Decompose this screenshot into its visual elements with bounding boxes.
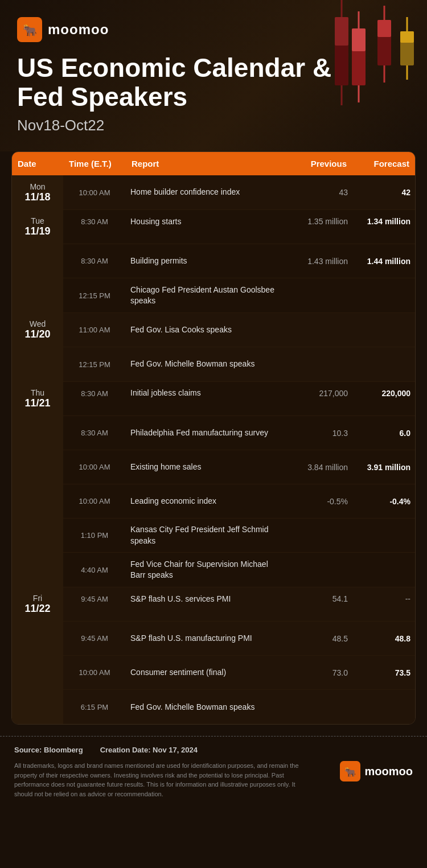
header: 🐂 moomoo US Economic Calendar & Fed Spea… — [0, 0, 427, 151]
previous-cell: 43 — [284, 182, 352, 203]
report-cell: Philadelphia Fed manufacturing survey — [126, 422, 284, 445]
report-cell: Kansas City Fed President Jeff Schmid sp… — [126, 519, 284, 552]
time-cell: 9:45 AM — [63, 589, 126, 609]
time-cell: 1:10 PM — [63, 525, 126, 545]
col-report: Report — [132, 159, 278, 168]
report-cell: Existing home sales — [126, 456, 284, 479]
forecast-cell: -0.4% — [352, 491, 415, 512]
report-cell: Fed Gov. Michelle Bowman speaks — [126, 696, 284, 719]
previous-cell: 48.5 — [284, 628, 352, 649]
time-cell: 11:00 AM — [63, 320, 126, 340]
footer: Source: Bloomberg Creation Date: Nov 17,… — [0, 736, 427, 810]
col-date: Date — [18, 159, 69, 168]
time-cell: 8:30 AM — [63, 251, 126, 271]
day-cell-empty — [12, 484, 63, 518]
forecast-cell: 1.44 million — [352, 251, 415, 271]
time-cell: 12:15 PM — [63, 355, 126, 375]
report-cell: Fed Gov. Michelle Bowman speaks — [126, 353, 284, 376]
forecast-cell: 73.5 — [352, 663, 415, 683]
forecast-cell: 6.0 — [352, 423, 415, 443]
day-cell-tue: Tue 11/19 — [12, 210, 63, 244]
day-group-tue: Tue 11/19 8:30 AM Housing starts 1.35 mi… — [12, 210, 415, 313]
svg-text:🐂: 🐂 — [344, 766, 356, 778]
forecast-cell: 1.34 million — [352, 211, 415, 232]
forecast-cell: 48.8 — [352, 628, 415, 649]
time-cell: 10:00 AM — [63, 183, 126, 203]
day-cell-empty — [12, 416, 63, 450]
report-cell: Fed Gov. Lisa Cooks speaks — [126, 319, 284, 342]
day-cell-fri: Fri 11/22 — [12, 587, 63, 621]
day-cell-mon: Mon 11/18 — [12, 175, 63, 209]
report-cell: Initial jobless claims — [126, 382, 284, 405]
previous-cell — [284, 359, 352, 370]
time-cell: 8:30 AM — [63, 384, 126, 404]
table-row: 12:15 PM Fed Gov. Michelle Bowman speaks — [12, 347, 415, 381]
economic-calendar-table: Date Time (E.T.) Report Previous Forecas… — [11, 151, 416, 725]
day-cell-empty — [12, 278, 63, 312]
time-cell: 8:30 AM — [63, 423, 126, 443]
table-header: Date Time (E.T.) Report Previous Forecas… — [12, 152, 415, 175]
time-cell: 9:45 AM — [63, 628, 126, 648]
table-row: 12:15 PM Chicago Fed President Austan Go… — [12, 278, 415, 312]
report-cell: Consumer sentiment (final) — [126, 661, 284, 684]
report-cell: Home builder confidence index — [126, 181, 284, 204]
day-name: Tue — [31, 216, 44, 225]
forecast-cell: 3.91 million — [352, 457, 415, 478]
table-row: 10:00 AM Existing home sales 3.84 millio… — [12, 450, 415, 484]
report-cell: Building permits — [126, 250, 284, 273]
day-date: 11/22 — [24, 603, 50, 615]
table-row: 4:40 AM Fed Vice Chair for Supervision M… — [12, 553, 415, 587]
report-cell: Fed Vice Chair for Supervision Michael B… — [126, 553, 284, 587]
logo-text: moomoo — [48, 22, 109, 38]
previous-cell — [284, 701, 352, 713]
table-row: 9:45 AM S&P flash U.S. manufacturing PMI… — [12, 622, 415, 656]
day-group-fri: Fri 11/22 9:45 AM S&P flash U.S. service… — [12, 587, 415, 724]
day-name: Mon — [30, 182, 45, 191]
day-group-thu: Thu 11/21 8:30 AM Initial jobless claims… — [12, 382, 415, 587]
time-cell: 10:00 AM — [63, 457, 126, 477]
table-row: Tue 11/19 8:30 AM Housing starts 1.35 mi… — [12, 210, 415, 244]
forecast-cell — [352, 564, 415, 575]
report-cell: Leading economic index — [126, 490, 284, 513]
table-row: 1:10 PM Kansas City Fed President Jeff S… — [12, 519, 415, 553]
day-cell-empty — [12, 450, 63, 484]
forecast-cell: -- — [352, 589, 415, 609]
forecast-cell — [352, 324, 415, 336]
previous-cell: 10.3 — [284, 423, 352, 443]
svg-text:🐂: 🐂 — [23, 23, 37, 37]
table-row: 8:30 AM Building permits 1.43 million 1.… — [12, 244, 415, 278]
time-cell: 6:15 PM — [63, 697, 126, 717]
time-cell: 8:30 AM — [63, 212, 126, 232]
table-row: 10:00 AM Consumer sentiment (final) 73.0… — [12, 656, 415, 690]
day-cell-wed: Wed 11/20 — [12, 313, 63, 347]
previous-cell: 1.35 million — [284, 211, 352, 232]
col-forecast: Forecast — [347, 159, 409, 168]
previous-cell — [284, 564, 352, 575]
table-row: 6:15 PM Fed Gov. Michelle Bowman speaks — [12, 690, 415, 724]
report-cell: S&P flash U.S. services PMI — [126, 588, 284, 611]
forecast-cell: 42 — [352, 182, 415, 203]
table-row: Thu 11/21 8:30 AM Initial jobless claims… — [12, 382, 415, 416]
footer-date: Creation Date: Nov 17, 2024 — [100, 746, 198, 754]
previous-cell: 217,000 — [284, 383, 352, 404]
day-cell-empty — [12, 519, 63, 552]
previous-cell: -0.5% — [284, 491, 352, 512]
table-row: Mon 11/18 10:00 AM Home builder confiden… — [12, 175, 415, 209]
forecast-cell — [352, 701, 415, 713]
time-cell: 10:00 AM — [63, 491, 126, 511]
footer-content: All trademarks, logos and brand names me… — [14, 761, 413, 799]
footer-top: Source: Bloomberg Creation Date: Nov 17,… — [14, 746, 413, 754]
day-group-mon: Mon 11/18 10:00 AM Home builder confiden… — [12, 175, 415, 210]
table-row: Fri 11/22 9:45 AM S&P flash U.S. service… — [12, 587, 415, 622]
day-cell-thu: Thu 11/21 — [12, 382, 63, 416]
day-cell-empty — [12, 656, 63, 689]
day-name: Wed — [30, 319, 46, 328]
day-date: 11/20 — [24, 328, 50, 340]
previous-cell: 1.43 million — [284, 251, 352, 271]
day-cell-empty — [12, 347, 63, 381]
day-name: Fri — [33, 594, 42, 603]
previous-cell: 54.1 — [284, 589, 352, 609]
previous-cell — [284, 530, 352, 541]
footer-logo-area: 🐂 moomoo — [340, 761, 413, 781]
footer-disclaimer: All trademarks, logos and brand names me… — [14, 761, 310, 799]
